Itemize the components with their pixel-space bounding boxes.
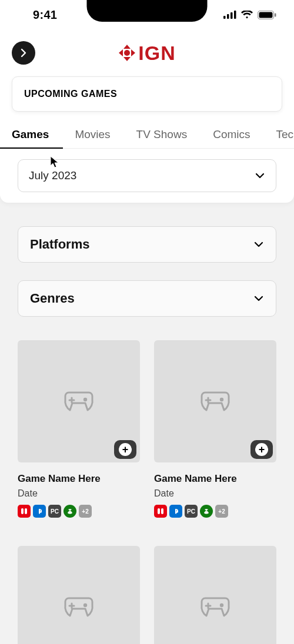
- playstation-badge: [33, 505, 46, 518]
- game-title: Game Name Here: [18, 473, 140, 485]
- pc-badge: PC: [48, 505, 61, 518]
- platforms-filter-label: Platforms: [30, 237, 89, 252]
- game-thumbnail: +: [154, 546, 276, 644]
- controller-icon: [62, 389, 96, 414]
- game-card[interactable]: +: [154, 546, 276, 644]
- tab-tvshows[interactable]: TV Shows: [136, 123, 201, 148]
- xbox-badge: [64, 505, 76, 518]
- chevron-down-icon: [255, 170, 265, 181]
- brand-name: IGN: [138, 42, 175, 65]
- game-grid: + Game Name Here Date PC +2: [0, 317, 294, 644]
- switch-badge: [18, 505, 31, 518]
- game-date: Date: [18, 488, 140, 499]
- status-bar: 9:41: [0, 0, 294, 29]
- svg-rect-2: [230, 12, 233, 19]
- cellular-icon: [223, 11, 236, 19]
- svg-rect-3: [234, 11, 236, 19]
- genres-filter[interactable]: Genres: [18, 280, 276, 317]
- switch-badge: [154, 505, 167, 518]
- genres-filter-label: Genres: [30, 291, 75, 306]
- add-to-list-button[interactable]: +: [114, 440, 136, 459]
- game-date: Date: [154, 488, 276, 499]
- playstation-badge: [169, 505, 182, 518]
- page-title-card: UPCOMING GAMES: [12, 76, 282, 112]
- plus-icon: +: [255, 443, 268, 456]
- svg-point-16: [83, 603, 87, 607]
- platforms-filter[interactable]: Platforms: [18, 226, 276, 263]
- page-title: UPCOMING GAMES: [24, 89, 270, 99]
- chevron-right-icon: [19, 48, 28, 58]
- add-to-list-button[interactable]: +: [250, 440, 273, 459]
- game-card[interactable]: + Game Name Here Date PC +2: [18, 340, 140, 518]
- svg-point-17: [220, 603, 223, 607]
- device-notch: [87, 0, 208, 22]
- controller-icon: [62, 595, 96, 619]
- wifi-icon: [241, 11, 253, 19]
- status-time: 9:41: [33, 8, 57, 22]
- ign-logo-icon: [118, 44, 136, 62]
- svg-point-8: [83, 398, 87, 401]
- xbox-badge: [200, 505, 213, 518]
- svg-point-7: [124, 50, 130, 56]
- status-icons: [223, 11, 276, 19]
- platform-badges: PC +2: [154, 505, 276, 518]
- game-thumbnail: +: [154, 340, 276, 462]
- svg-rect-10: [25, 508, 27, 514]
- tab-movies[interactable]: Movies: [75, 123, 123, 148]
- chevron-down-icon: [253, 293, 264, 304]
- category-tabs: Games Movies TV Shows Comics Tech: [0, 123, 294, 149]
- date-filter-dropdown[interactable]: July 2023: [18, 159, 276, 192]
- svg-rect-0: [223, 16, 226, 19]
- svg-rect-14: [161, 508, 163, 514]
- more-platforms-badge: +2: [215, 505, 228, 518]
- controller-icon: [198, 389, 232, 414]
- game-card[interactable]: +: [18, 546, 140, 644]
- pc-badge: PC: [185, 505, 198, 518]
- tab-games[interactable]: Games: [12, 123, 62, 148]
- game-card[interactable]: + Game Name Here Date PC +2: [154, 340, 276, 518]
- chevron-down-icon: [253, 239, 264, 250]
- svg-rect-13: [158, 508, 160, 514]
- svg-rect-5: [259, 12, 273, 18]
- game-thumbnail: +: [18, 546, 140, 644]
- brand-logo[interactable]: IGN: [118, 42, 175, 65]
- tab-tech[interactable]: Tech: [276, 123, 295, 148]
- date-filter-label: July 2023: [29, 169, 76, 182]
- game-title: Game Name Here: [154, 473, 276, 485]
- svg-rect-1: [227, 14, 229, 19]
- platform-badges: PC +2: [18, 505, 140, 518]
- header-panel: IGN UPCOMING GAMES Games Movies TV Shows…: [0, 29, 294, 203]
- controller-icon: [198, 595, 232, 619]
- battery-icon: [258, 11, 276, 19]
- tab-comics[interactable]: Comics: [213, 123, 263, 148]
- svg-point-12: [220, 398, 223, 401]
- svg-rect-9: [21, 508, 24, 514]
- more-platforms-badge: +2: [79, 505, 92, 518]
- svg-rect-6: [275, 13, 276, 16]
- plus-icon: +: [119, 443, 132, 456]
- game-thumbnail: +: [18, 340, 140, 462]
- forward-button[interactable]: [12, 41, 35, 65]
